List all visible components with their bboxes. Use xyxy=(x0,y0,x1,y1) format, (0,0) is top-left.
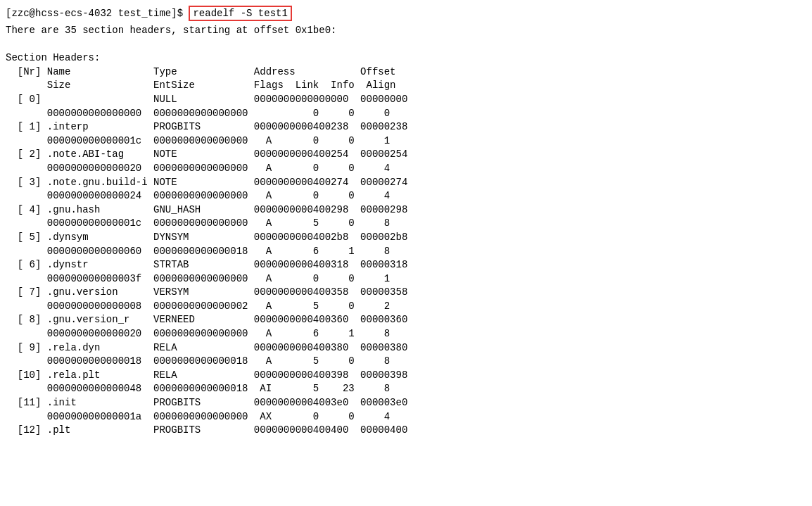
section-headers-label: Section Headers: xyxy=(6,51,806,65)
table-row: [ 2] .note.ABI-tag NOTE 0000000000400254… xyxy=(6,148,806,162)
prompt: [zzc@hcss-ecs-4032 test_time]$ xyxy=(6,8,189,19)
table-row: 0000000000000048 0000000000000018 AI 5 2… xyxy=(6,382,806,396)
table-row: [ 9] .rela.dyn RELA 0000000000400380 000… xyxy=(6,341,806,355)
table-row: 0000000000000020 0000000000000000 A 6 1 … xyxy=(6,327,806,341)
table-row: [ 7] .gnu.version VERSYM 000000000040035… xyxy=(6,286,806,300)
table-row: [ 3] .note.gnu.build-i NOTE 000000000040… xyxy=(6,176,806,190)
table-row: [ 8] .gnu.version_r VERNEED 000000000040… xyxy=(6,313,806,327)
table-row: 000000000000001c 0000000000000000 A 5 0 … xyxy=(6,217,806,231)
output-line-1: There are 35 section headers, starting a… xyxy=(6,24,806,38)
table-row: [ 0] NULL 0000000000000000 00000000 xyxy=(6,93,806,107)
blank-line-1 xyxy=(6,38,806,52)
table-row: 0000000000000008 0000000000000002 A 5 0 … xyxy=(6,300,806,314)
table-row: [ 4] .gnu.hash GNU_HASH 0000000000400298… xyxy=(6,203,806,217)
table-row: 0000000000000000 0000000000000000 0 0 0 xyxy=(6,107,806,121)
column-header-2: Size EntSize Flags Link Info Align xyxy=(6,79,806,93)
table-row: [ 1] .interp PROGBITS 0000000000400238 0… xyxy=(6,120,806,134)
command-line: [zzc@hcss-ecs-4032 test_time]$ readelf -… xyxy=(6,6,806,21)
table-row: 0000000000000060 0000000000000018 A 6 1 … xyxy=(6,245,806,259)
table-row: 0000000000000018 0000000000000018 A 5 0 … xyxy=(6,355,806,369)
table-row: [ 6] .dynstr STRTAB 0000000000400318 000… xyxy=(6,258,806,272)
command-input[interactable]: readelf -S test1 xyxy=(189,6,291,21)
table-row: 000000000000001c 0000000000000000 A 0 0 … xyxy=(6,134,806,148)
table-row: 0000000000000020 0000000000000000 A 0 0 … xyxy=(6,162,806,176)
table-row: [12] .plt PROGBITS 0000000000400400 0000… xyxy=(6,424,806,438)
table-row: 000000000000001a 0000000000000000 AX 0 0… xyxy=(6,410,806,424)
terminal: [zzc@hcss-ecs-4032 test_time]$ readelf -… xyxy=(6,6,806,438)
table-row: [11] .init PROGBITS 00000000004003e0 000… xyxy=(6,396,806,410)
rows-container: [ 0] NULL 0000000000000000 00000000 0000… xyxy=(6,93,806,438)
table-row: [ 5] .dynsym DYNSYM 00000000004002b8 000… xyxy=(6,231,806,245)
table-row: 0000000000000024 0000000000000000 A 0 0 … xyxy=(6,189,806,203)
table-row: 000000000000003f 0000000000000000 A 0 0 … xyxy=(6,272,806,286)
table-row: [10] .rela.plt RELA 0000000000400398 000… xyxy=(6,369,806,383)
column-header-1: [Nr] Name Type Address Offset xyxy=(6,65,806,80)
